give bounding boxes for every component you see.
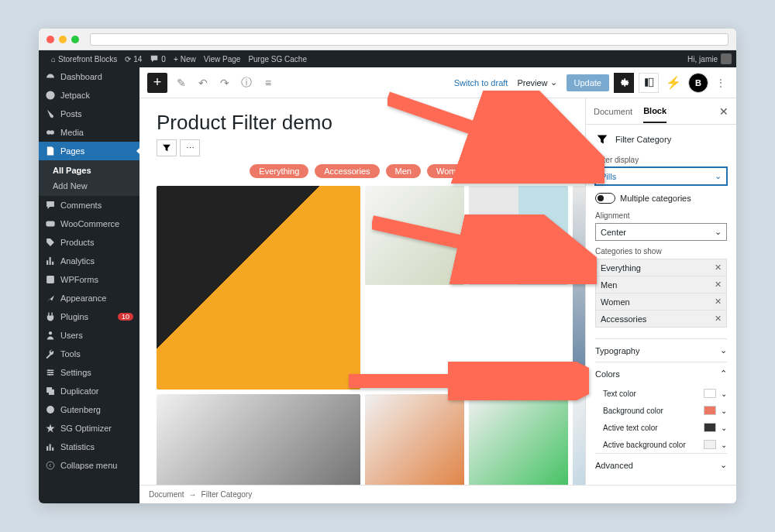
- menu-appearance[interactable]: Appearance: [39, 289, 140, 307]
- chevron-down-icon: ⌄: [720, 345, 727, 355]
- svg-rect-5: [46, 276, 54, 283]
- product-tile[interactable]: [469, 394, 568, 486]
- menu-plugins[interactable]: Plugins10: [39, 307, 140, 326]
- chevron-down-icon: ⌄: [721, 407, 727, 415]
- multiple-categories-label: Multiple categories: [620, 194, 691, 203]
- menu-tools[interactable]: Tools: [39, 345, 140, 363]
- comments-count[interactable]: 0: [150, 54, 166, 63]
- updates-count[interactable]: ⟳ 14: [125, 55, 142, 63]
- preview-button[interactable]: Preview ⌄: [512, 74, 561, 91]
- menu-pages[interactable]: Pages: [39, 142, 140, 160]
- more-block-icon[interactable]: ⋯: [180, 139, 200, 156]
- pill-accessories[interactable]: Accessories: [315, 164, 379, 178]
- filter-display-select[interactable]: Pills⌄: [595, 167, 727, 185]
- block-title: Filter Category: [615, 135, 671, 144]
- product-tile[interactable]: [573, 394, 585, 486]
- color-swatch[interactable]: [704, 406, 716, 415]
- traffic-light-close[interactable]: [46, 36, 54, 43]
- remove-icon[interactable]: ✕: [715, 297, 722, 307]
- pill-women[interactable]: Women: [427, 164, 475, 178]
- alignment-label: Alignment: [595, 211, 727, 220]
- color-swatch[interactable]: [704, 440, 716, 449]
- pill-men[interactable]: Men: [386, 164, 421, 178]
- outline-icon[interactable]: ≡: [260, 75, 276, 91]
- remove-icon[interactable]: ✕: [715, 280, 722, 290]
- settings-gear-icon[interactable]: [614, 73, 634, 93]
- advanced-panel[interactable]: Advanced⌄: [595, 453, 727, 476]
- category-row[interactable]: Women✕: [596, 293, 726, 311]
- greeting[interactable]: Hi, jamie: [687, 55, 718, 63]
- chevron-down-icon: ⌄: [715, 227, 722, 237]
- submenu-all-pages[interactable]: All Pages: [39, 163, 140, 178]
- product-tile[interactable]: [469, 186, 568, 285]
- page-title[interactable]: Product Filter demo: [157, 111, 568, 135]
- info-icon[interactable]: ⓘ: [239, 75, 254, 91]
- chevron-right-icon: →: [189, 490, 197, 499]
- remove-icon[interactable]: ✕: [715, 314, 722, 324]
- jetpack-icon[interactable]: ⚡: [663, 73, 684, 93]
- switch-to-draft[interactable]: Switch to draft: [454, 78, 508, 88]
- product-tile[interactable]: [573, 186, 585, 390]
- breadcrumb-current[interactable]: Filter Category: [202, 490, 253, 499]
- pill-everything[interactable]: Everything: [250, 164, 308, 178]
- filter-block-icon[interactable]: [157, 139, 177, 156]
- submenu-add-new[interactable]: Add New: [39, 178, 140, 194]
- menu-sg-optimizer[interactable]: SG Optimizer: [39, 419, 140, 438]
- active-bg-color-row[interactable]: Active background color⌄: [595, 436, 727, 453]
- bg-color-row[interactable]: Background color⌄: [595, 402, 727, 419]
- menu-users[interactable]: Users: [39, 326, 140, 345]
- category-row[interactable]: Men✕: [596, 276, 726, 293]
- url-bar[interactable]: [90, 33, 728, 46]
- avatar[interactable]: [721, 53, 732, 64]
- menu-media[interactable]: Media: [39, 123, 140, 142]
- typography-panel[interactable]: Typography⌄: [595, 338, 727, 362]
- color-swatch[interactable]: [704, 389, 716, 398]
- collapse-menu[interactable]: Collapse menu: [39, 456, 140, 475]
- colors-panel[interactable]: Colors⌃: [595, 362, 727, 385]
- more-options-icon[interactable]: ⋮: [713, 75, 728, 91]
- new-content[interactable]: + New: [174, 55, 196, 63]
- product-tile[interactable]: [157, 186, 360, 390]
- product-tile[interactable]: [365, 186, 464, 285]
- traffic-light-max[interactable]: [71, 36, 79, 43]
- color-swatch[interactable]: [704, 423, 716, 432]
- update-button[interactable]: Update: [567, 74, 609, 91]
- remove-icon[interactable]: ✕: [715, 263, 722, 273]
- category-row[interactable]: Accessories✕: [596, 311, 726, 327]
- breadcrumb-root[interactable]: Document: [149, 490, 184, 499]
- redo-icon[interactable]: ↷: [217, 75, 232, 91]
- product-tile[interactable]: [157, 394, 360, 486]
- menu-comments[interactable]: Comments: [39, 196, 140, 215]
- menu-duplicator[interactable]: Duplicator: [39, 382, 140, 400]
- menu-products[interactable]: Products: [39, 233, 140, 252]
- purge-cache[interactable]: Purge SG Cache: [248, 55, 307, 63]
- chevron-down-icon: ⌄: [721, 441, 727, 449]
- menu-statistics[interactable]: Statistics: [39, 438, 140, 456]
- bold-b-icon[interactable]: B: [688, 73, 708, 93]
- active-text-color-row[interactable]: Active text color⌄: [595, 419, 727, 436]
- menu-analytics[interactable]: Analytics: [39, 252, 140, 270]
- menu-settings[interactable]: Settings: [39, 363, 140, 382]
- alignment-select[interactable]: Center⌄: [595, 223, 727, 241]
- tab-document[interactable]: Document: [594, 101, 632, 122]
- menu-wpforms[interactable]: WPForms: [39, 270, 140, 289]
- add-block-button[interactable]: +: [147, 73, 167, 93]
- sidebar-toggle-icon[interactable]: [639, 73, 659, 93]
- category-row[interactable]: Everything✕: [596, 259, 726, 276]
- menu-posts[interactable]: Posts: [39, 105, 140, 123]
- text-color-row[interactable]: Text color⌄: [595, 385, 727, 402]
- site-name[interactable]: ⌂ Storefront Blocks: [51, 55, 117, 63]
- menu-dashboard[interactable]: Dashboard: [39, 67, 140, 86]
- multiple-categories-toggle[interactable]: [595, 193, 615, 204]
- menu-woocommerce[interactable]: WooCommerce: [39, 215, 140, 233]
- menu-gutenberg[interactable]: Gutenberg: [39, 400, 140, 419]
- tab-block[interactable]: Block: [643, 100, 666, 123]
- product-tile[interactable]: [365, 394, 464, 486]
- undo-icon[interactable]: ↶: [195, 75, 211, 91]
- traffic-light-min[interactable]: [59, 36, 67, 43]
- view-page-link[interactable]: View Page: [204, 55, 241, 63]
- close-icon[interactable]: ✕: [719, 105, 728, 118]
- editor-canvas[interactable]: Product Filter demo ⋯ Everything Accesso…: [140, 98, 585, 485]
- edit-mode-icon[interactable]: ✎: [174, 75, 189, 91]
- menu-jetpack[interactable]: Jetpack: [39, 86, 140, 105]
